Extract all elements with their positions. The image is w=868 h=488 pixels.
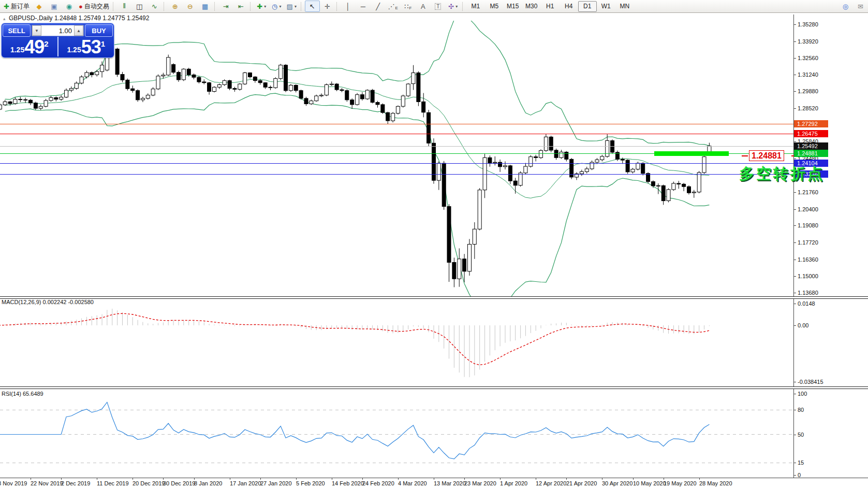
autotrading-button[interactable]: ●自动交易 (77, 1, 111, 12)
price-axis-tick (793, 192, 796, 193)
date-axis-label: 19 May 2020 (664, 480, 697, 486)
horizontal-level-line[interactable] (0, 163, 793, 164)
date-axis-tick (566, 478, 567, 480)
chat-icon-glyph: ✉ (858, 3, 863, 10)
tab-timeframe-m1[interactable]: M1 (466, 1, 485, 12)
vertical-line-tool[interactable]: │ (341, 1, 356, 12)
tab-timeframe-h1[interactable]: H1 (541, 1, 560, 12)
horizontal-level-line[interactable] (0, 134, 793, 134)
text-label-tool[interactable]: T (431, 1, 446, 12)
macd-pane[interactable] (0, 298, 793, 387)
macd-axis-label: 0.00 (798, 322, 808, 328)
dropdown-caret-icon[interactable]: ▾ (455, 4, 458, 9)
text-tool[interactable]: A (416, 1, 431, 12)
support-highlight-bar[interactable] (654, 151, 729, 156)
zoom-in-button[interactable]: ⊕ (168, 1, 183, 12)
indicators-button[interactable]: ✚▾ (254, 1, 269, 12)
templates-button[interactable]: ▨▾ (284, 1, 299, 12)
price-axis-tick (793, 242, 796, 243)
date-axis-label: 2 Dec 2019 (61, 480, 90, 486)
date-axis-label: 13 Nov 2019 (0, 480, 27, 486)
tab-timeframe-m5[interactable]: M5 (485, 1, 504, 12)
cursor-glyph: ↖ (310, 3, 315, 10)
terminal-icon[interactable]: ▣ (47, 1, 62, 12)
arrows-tool[interactable]: ✣▾ (446, 1, 461, 12)
candlestick-chart-type-icon[interactable]: ◫ (132, 1, 147, 12)
date-axis-label: 23 Mar 2020 (464, 480, 496, 486)
fibonacci-tool[interactable]: ∷F (401, 1, 416, 12)
tab-timeframe-d1[interactable]: D1 (578, 1, 597, 12)
turning-point-annotation[interactable]: 多空转折点 (739, 164, 825, 184)
candlestick-chart-type-icon-glyph: ◫ (136, 3, 142, 10)
trendline-tool[interactable]: ╱ (371, 1, 386, 12)
equidistant-channel-tool[interactable]: ⋰E (386, 1, 401, 12)
dropdown-caret-icon[interactable]: ▾ (279, 4, 281, 9)
dropdown-caret-icon[interactable]: ▾ (295, 4, 297, 9)
date-axis-tick (296, 478, 297, 480)
toolbar-separator (250, 2, 253, 11)
rsi-axis-tick (793, 475, 796, 476)
price-level-label[interactable]: 1.24881 (749, 150, 784, 161)
chart-shift-icon[interactable]: ⇥ (218, 1, 233, 12)
sell-price[interactable]: 1.25 49 2 (2, 37, 58, 56)
auto-scroll-icon[interactable]: ⇤ (233, 1, 248, 12)
volume-stepper: ▼ 1.00 ▲ (32, 25, 84, 36)
date-axis-tick (633, 478, 634, 480)
horizontal-line-tool[interactable]: ─ (356, 1, 371, 12)
line-chart-type-icon[interactable]: ∿ (147, 1, 162, 12)
date-axis-label: 30 Apr 2020 (602, 480, 632, 486)
date-axis-tick (699, 478, 700, 480)
volume-input[interactable]: 1.00 (41, 27, 74, 35)
horizontal-level-line[interactable] (0, 124, 793, 124)
buy-price[interactable]: 1.25 53 1 (58, 37, 114, 56)
price-axis-label: 1.29880 (798, 88, 818, 94)
macd-pane-divider[interactable] (0, 296, 868, 299)
bar-chart-type-icon[interactable]: ⫴ (117, 1, 132, 12)
volume-increase-button[interactable]: ▲ (74, 25, 83, 36)
rsi-pane[interactable] (0, 389, 793, 478)
price-axis-label: 1.15000 (798, 273, 818, 279)
toolbar-separator (214, 2, 217, 11)
price-axis-tick (793, 41, 796, 42)
signals-icon[interactable]: ◉ (62, 1, 77, 12)
tab-timeframe-m30[interactable]: M30 (522, 1, 541, 12)
rsi-pane-divider[interactable] (0, 386, 868, 389)
dropdown-caret-icon[interactable]: ▾ (264, 4, 266, 9)
volume-decrease-button[interactable]: ▼ (32, 25, 41, 36)
date-axis-label: 28 May 2020 (699, 480, 732, 486)
cursor-tool[interactable]: ↖ (305, 1, 320, 12)
tab-timeframe-w1[interactable]: W1 (597, 1, 615, 12)
tab-timeframe-m15[interactable]: M15 (504, 1, 522, 12)
sell-button[interactable]: SELL (3, 24, 31, 37)
periods-clock-button[interactable]: ◷▾ (269, 1, 284, 12)
chat-icon[interactable]: ✉ (853, 1, 868, 12)
date-axis-tick (434, 478, 434, 480)
date-axis-label: 10 May 2020 (633, 480, 666, 486)
highlighter-icon[interactable]: ◆ (32, 1, 47, 12)
rsi-axis-label: 50 (798, 432, 804, 438)
terminal-icon-glyph: ▣ (51, 3, 57, 10)
equidistant-channel-glyph: ⋰ (388, 3, 395, 10)
tab-timeframe-mn[interactable]: MN (615, 1, 634, 12)
tile-windows-icon[interactable]: ▦ (198, 1, 213, 12)
price-chart[interactable] (0, 21, 793, 296)
crosshair-tool[interactable]: ✛ (320, 1, 335, 12)
horizontal-level-line[interactable] (0, 174, 793, 175)
new-order-button[interactable]: ✚新订单 (2, 1, 32, 12)
zoom-out-glyph: ⊖ (187, 3, 193, 10)
search-icon[interactable]: ◎ (838, 1, 853, 12)
date-axis-tick (61, 478, 62, 480)
sell-price-pip: 2 (44, 39, 48, 48)
horizontal-level-line[interactable] (0, 146, 793, 147)
date-axis-tick (332, 478, 332, 480)
date-axis-label: 17 Jan 2020 (230, 480, 261, 486)
macd-axis-label: -0.038415 (798, 379, 823, 385)
fibonacci-glyph: ∷ (404, 3, 408, 10)
date-axis-tick (362, 478, 363, 480)
tab-timeframe-h4[interactable]: H4 (560, 1, 578, 12)
date-axis-label: 5 Feb 2020 (296, 480, 325, 486)
sell-price-big: 49 (24, 39, 44, 55)
zoom-out-button[interactable]: ⊖ (183, 1, 198, 12)
buy-button[interactable]: BUY (85, 24, 113, 37)
date-axis-label: 30 Dec 2019 (163, 480, 195, 486)
